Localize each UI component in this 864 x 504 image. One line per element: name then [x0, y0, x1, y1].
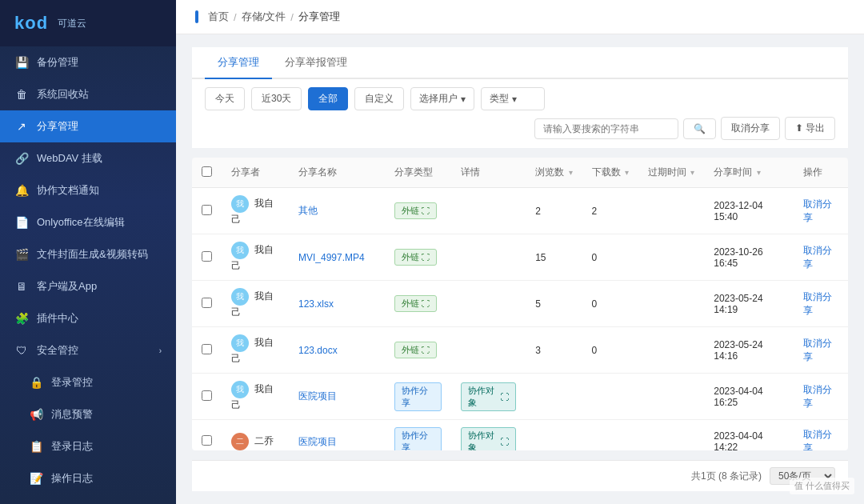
col-share-time[interactable]: 分享时间 ▾ — [704, 158, 794, 188]
file-link[interactable]: MVI_4997.MP4 — [298, 252, 365, 263]
filter-30days[interactable]: 近30天 — [251, 87, 302, 110]
avatar: 二 — [231, 433, 249, 450]
icon-login-log: 📋 — [29, 440, 43, 453]
breadcrumb-storage[interactable]: 存储/文件 — [242, 10, 286, 24]
row-checkbox-5[interactable] — [202, 435, 212, 446]
cancel-share-button[interactable]: 取消分享 — [721, 117, 780, 140]
type-badge: 外链 ⛶ — [394, 295, 437, 312]
cell-sharer: 我 我自己 — [222, 327, 289, 374]
sidebar-item-share[interactable]: ↗ 分享管理 — [0, 110, 176, 142]
cell-action: 取消分享 — [794, 420, 848, 451]
search-area: 🔍 取消分享 ⬆ 导出 — [534, 117, 835, 140]
cell-name: MVI_4997.MP4 — [289, 234, 385, 281]
arrow-icon: › — [159, 346, 162, 355]
type-badge: 协作分享 — [394, 382, 442, 411]
sidebar-label-onlyoffice: Onlyoffice在线编辑 — [37, 215, 125, 230]
cell-detail — [451, 281, 526, 327]
cancel-share-btn[interactable]: 取消分享 — [803, 245, 832, 270]
icon-webdav: 🔗 — [14, 152, 29, 165]
col-views[interactable]: 浏览数 ▾ — [526, 158, 582, 188]
col-check — [192, 158, 222, 188]
icon-notify: 🔔 — [14, 184, 29, 197]
avatar: 我 — [231, 334, 249, 352]
cell-action: 取消分享 — [794, 374, 848, 420]
row-check — [192, 234, 222, 281]
avatar: 我 — [231, 242, 249, 259]
file-link[interactable]: 医院项目 — [298, 436, 337, 447]
sidebar-item-login-log[interactable]: 📋 登录日志 — [0, 430, 176, 462]
cell-downloads: 2 — [582, 188, 638, 234]
file-link[interactable]: 医院项目 — [298, 390, 337, 402]
cell-downloads: 0 — [582, 234, 638, 281]
main-content: 首页 / 存储/文件 / 分享管理 分享管理 分享举报管理 今天 近30天 全部… — [176, 0, 864, 504]
col-name: 分享名称 — [289, 158, 385, 188]
cell-downloads — [582, 374, 638, 420]
sidebar-item-plugin[interactable]: 🧩 插件中心 — [0, 302, 176, 334]
sidebar-item-op-log[interactable]: 📝 操作日志 — [0, 462, 176, 494]
row-checkbox-1[interactable] — [202, 251, 212, 262]
type-badge: 外链 ⛶ — [394, 342, 437, 358]
sidebar-item-onlyoffice[interactable]: 📄 Onlyoffice在线编辑 — [0, 206, 176, 238]
cell-action: 取消分享 — [794, 234, 848, 281]
sidebar-item-watermark[interactable]: 🖼 文档水印 — [0, 494, 176, 504]
search-button[interactable]: 🔍 — [683, 118, 716, 139]
breadcrumb-current: 分享管理 — [298, 10, 340, 24]
cell-sharer: 我 我自己 — [222, 281, 289, 327]
sidebar-item-webdav[interactable]: 🔗 WebDAV 挂载 — [0, 142, 176, 174]
sidebar-item-backup[interactable]: 💾 备份管理 — [0, 46, 176, 78]
row-check — [192, 374, 222, 420]
filter-all[interactable]: 全部 — [308, 87, 348, 110]
cell-detail — [451, 234, 526, 281]
sidebar-label-share: 分享管理 — [37, 119, 78, 134]
file-link[interactable]: 123.xlsx — [298, 298, 334, 310]
file-link[interactable]: 其他 — [298, 205, 318, 216]
breadcrumb-home[interactable]: 首页 — [208, 10, 229, 24]
col-expire[interactable]: 过期时间 ▾ — [638, 158, 704, 188]
cancel-share-btn[interactable]: 取消分享 — [803, 429, 832, 450]
sidebar-item-filecover[interactable]: 🎬 文件封面生成&视频转码 — [0, 238, 176, 270]
cancel-share-btn[interactable]: 取消分享 — [803, 198, 832, 223]
tab-report-mgr[interactable]: 分享举报管理 — [272, 47, 360, 79]
cell-name: 医院项目 — [289, 420, 385, 451]
cell-share-time: 2023-10-26 16:45 — [704, 234, 794, 281]
cell-downloads: 0 — [582, 327, 638, 374]
user-select[interactable]: 选择用户 ▾ — [410, 87, 474, 110]
search-input[interactable] — [534, 118, 678, 139]
select-all-checkbox[interactable] — [202, 166, 212, 177]
tab-share-mgr[interactable]: 分享管理 — [205, 47, 272, 79]
file-link[interactable]: 123.docx — [298, 345, 338, 356]
sidebar-item-notify[interactable]: 🔔 协作文档通知 — [0, 174, 176, 206]
table-footer: 共1页 (8 条记录) 50条/页 100条/页 200条/页 — [192, 460, 848, 491]
filter-today[interactable]: 今天 — [205, 87, 245, 110]
sidebar-label-msg-alert: 消息预警 — [51, 407, 93, 422]
sidebar-label-client: 客户端及App — [37, 279, 97, 294]
type-select[interactable]: 类型 ▾ — [481, 87, 545, 110]
cell-detail: 协作对象 ⛶ — [451, 374, 526, 420]
col-downloads[interactable]: 下载数 ▾ — [582, 158, 638, 188]
export-button[interactable]: ⬆ 导出 — [785, 117, 835, 140]
breadcrumb-bar — [195, 10, 198, 23]
sidebar-item-recycle[interactable]: 🗑 系统回收站 — [0, 78, 176, 110]
cell-detail — [451, 327, 526, 374]
table-row: 我 我自己 其他 外链 ⛶ 2 2 2023-12-04 15:40 取消分享 — [192, 188, 848, 234]
icon-plugin: 🧩 — [14, 312, 29, 325]
col-action: 操作 — [794, 158, 848, 188]
row-checkbox-3[interactable] — [202, 344, 212, 354]
filter-custom[interactable]: 自定义 — [354, 87, 404, 110]
cell-expire — [638, 420, 704, 451]
type-badge: 外链 ⛶ — [394, 249, 437, 266]
sidebar-item-login-mgr[interactable]: 🔒 登录管控 — [0, 366, 176, 398]
cancel-share-btn[interactable]: 取消分享 — [803, 338, 832, 362]
share-table: 分享者 分享名称 分享类型 详情 浏览数 ▾ 下载数 ▾ 过期时间 ▾ 分享时间… — [192, 158, 848, 450]
sidebar-item-client[interactable]: 🖥 客户端及App — [0, 270, 176, 302]
cancel-share-btn[interactable]: 取消分享 — [803, 291, 832, 316]
sidebar-item-security[interactable]: 🛡 安全管控 › — [0, 334, 176, 366]
cancel-share-btn[interactable]: 取消分享 — [803, 384, 832, 409]
row-checkbox-2[interactable] — [202, 298, 212, 308]
row-checkbox-0[interactable] — [202, 205, 212, 215]
cell-views: 5 — [526, 281, 582, 327]
table-row: 我 我自己 医院项目 协作分享 协作对象 ⛶ 2023-04-04 16:25 … — [192, 374, 848, 420]
cell-action: 取消分享 — [794, 327, 848, 374]
row-checkbox-4[interactable] — [202, 390, 212, 401]
sidebar-item-msg-alert[interactable]: 📢 消息预警 — [0, 398, 176, 430]
